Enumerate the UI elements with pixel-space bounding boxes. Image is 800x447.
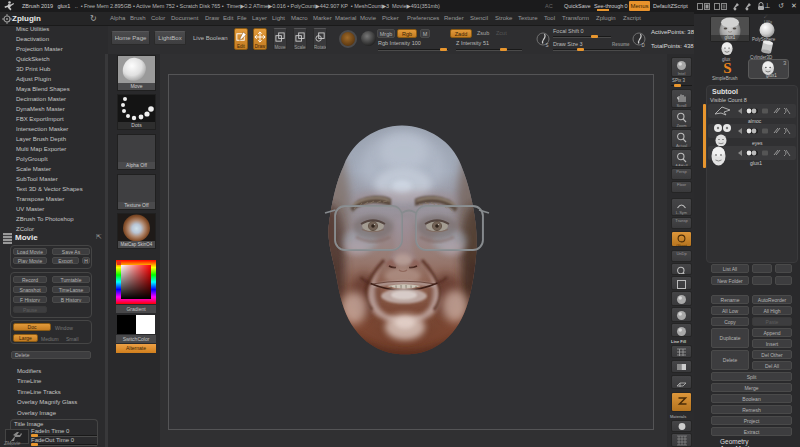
svg-text:D: D: [641, 43, 645, 48]
svg-text:S: S: [545, 43, 548, 48]
svg-text:S: S: [723, 60, 731, 76]
